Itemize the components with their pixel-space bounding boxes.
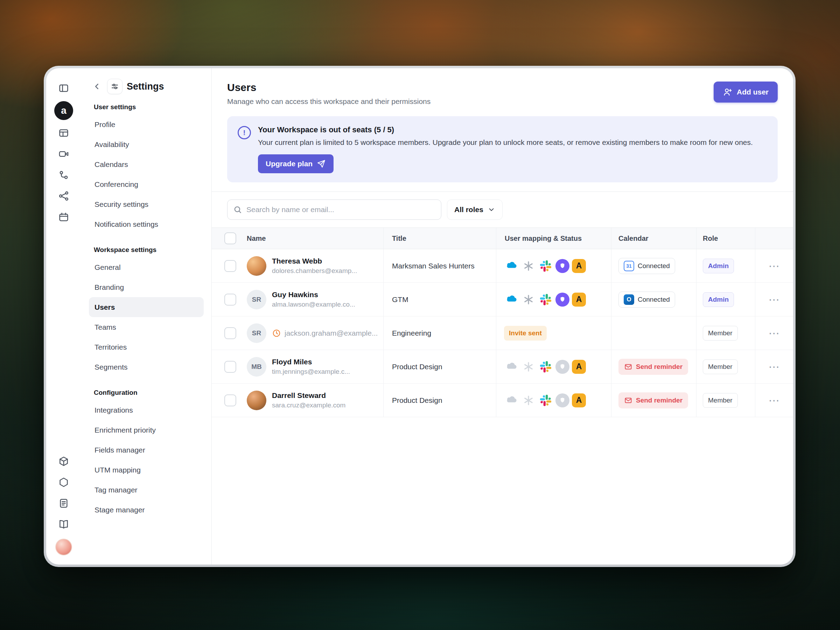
back-button[interactable] <box>91 81 103 92</box>
apollo-icon: A <box>572 259 586 273</box>
row-menu-button[interactable]: ⋯ <box>769 328 780 339</box>
docs-icon[interactable] <box>54 515 74 534</box>
row-checkbox[interactable] <box>224 395 236 406</box>
rocket-icon <box>317 159 326 168</box>
shield-icon <box>556 393 570 407</box>
table-icon[interactable] <box>54 123 74 142</box>
row-checkbox[interactable] <box>224 260 236 272</box>
row-menu-button[interactable]: ⋯ <box>769 395 780 406</box>
apollo-icon: A <box>572 293 586 306</box>
alert-info-icon: ! <box>238 126 251 139</box>
select-all-checkbox[interactable] <box>224 232 236 244</box>
shield-icon <box>556 293 570 306</box>
user-name: Floyd Miles <box>272 358 350 366</box>
sidebar-item-territories[interactable]: Territories <box>89 337 204 357</box>
calendar-connected-badge: 31Connected <box>619 258 675 274</box>
column-header-title: Title <box>384 228 496 249</box>
video-icon[interactable] <box>54 145 74 163</box>
row-menu-button[interactable]: ⋯ <box>769 261 780 272</box>
network-icon[interactable] <box>54 186 74 205</box>
name-cell: Darrell Stewardsara.cruz@example.com <box>247 384 384 417</box>
calendar-icon[interactable] <box>54 208 74 226</box>
role-badge: Admin <box>703 292 734 307</box>
sidebar-item-conferencing[interactable]: Conferencing <box>89 174 204 194</box>
row-avatar <box>247 391 266 410</box>
roles-filter-dropdown[interactable]: All roles <box>447 199 503 220</box>
role-badge: Member <box>703 393 738 408</box>
role-badge: Member <box>703 360 738 374</box>
name-cell: Theresa Webbdolores.chambers@examp... <box>247 249 384 283</box>
salesforce-icon <box>504 259 519 273</box>
role-cell: Member <box>696 316 755 350</box>
actions-cell: ⋯ <box>755 384 793 417</box>
rail-top-icons: a <box>54 79 74 229</box>
column-header-name: Name <box>247 228 384 249</box>
icon-rail: a <box>46 68 81 565</box>
sidebar-item-enrichment-priority[interactable]: Enrichment priority <box>89 420 204 440</box>
upgrade-plan-button[interactable]: Upgrade plan <box>258 154 333 173</box>
actions-cell: ⋯ <box>755 316 793 350</box>
hubspot-icon <box>521 259 536 273</box>
slack-icon <box>538 360 553 374</box>
hexagon-icon[interactable] <box>54 473 74 492</box>
hubspot-icon <box>521 393 536 408</box>
sidebar-item-availability[interactable]: Availability <box>89 134 204 154</box>
sidebar-item-calendars[interactable]: Calendars <box>89 154 204 174</box>
role-cell: Member <box>696 384 755 417</box>
add-user-button[interactable]: Add user <box>714 82 778 103</box>
row-menu-button[interactable]: ⋯ <box>769 294 780 305</box>
sidebar-toggle-icon[interactable] <box>54 79 74 98</box>
title-cell: Marksman Sales Hunters <box>384 249 496 283</box>
actions-cell: ⋯ <box>755 283 793 316</box>
row-checkbox[interactable] <box>224 294 236 306</box>
app-logo[interactable]: a <box>54 101 74 120</box>
page-header: Users Manage who can access this workspa… <box>212 68 793 116</box>
user-email: tim.jennings@example.c... <box>272 368 350 376</box>
sidebar-item-profile[interactable]: Profile <box>89 114 204 134</box>
sidebar-item-general[interactable]: General <box>89 257 204 277</box>
role-cell: Admin <box>696 249 755 283</box>
title-cell: Engineering <box>384 316 496 350</box>
actions-cell: ⋯ <box>755 249 793 283</box>
notes-icon[interactable] <box>54 494 74 513</box>
sidebar-item-stage-manager[interactable]: Stage manager <box>89 500 204 520</box>
row-menu-button[interactable]: ⋯ <box>769 361 780 373</box>
calendar-cell: Send reminder <box>611 384 696 417</box>
user-avatar[interactable] <box>55 538 72 556</box>
salesforce-icon <box>504 360 519 374</box>
send-reminder-button[interactable]: Send reminder <box>619 359 688 375</box>
sidebar-item-security-settings[interactable]: Security settings <box>89 194 204 214</box>
slack-icon <box>538 292 553 307</box>
slack-icon <box>538 259 553 273</box>
sidebar-item-fields-manager[interactable]: Fields manager <box>89 440 204 460</box>
package-icon[interactable] <box>54 452 74 471</box>
table-row: SRjackson.graham@example...EngineeringIn… <box>212 316 793 350</box>
sidebar-item-teams[interactable]: Teams <box>89 317 204 337</box>
status-cell: A <box>496 249 611 283</box>
rail-bottom-icons <box>54 452 74 536</box>
user-name: Darrell Steward <box>272 391 346 400</box>
users-table: Name Title User mapping & Status Calenda… <box>212 227 793 417</box>
seats-banner: ! Your Workspace is out of seats (5 / 5)… <box>227 116 778 182</box>
settings-icon <box>107 79 123 94</box>
sidebar-item-tag-manager[interactable]: Tag manager <box>89 480 204 500</box>
send-reminder-button[interactable]: Send reminder <box>619 392 688 409</box>
search-input[interactable] <box>246 205 436 214</box>
status-cell: Invite sent <box>496 316 611 350</box>
settings-sidebar: Settings User settingsProfileAvailabilit… <box>81 68 212 565</box>
main-panel: Users Manage who can access this workspa… <box>212 68 793 565</box>
row-avatar <box>247 256 266 276</box>
row-checkbox[interactable] <box>224 361 236 373</box>
row-checkbox[interactable] <box>224 327 236 339</box>
sidebar-item-segments[interactable]: Segments <box>89 357 204 377</box>
sidebar-header: Settings <box>89 79 204 94</box>
sidebar-item-users[interactable]: Users <box>89 297 204 317</box>
row-avatar: SR <box>247 324 266 343</box>
workflows-icon[interactable] <box>54 166 74 185</box>
sidebar-item-branding[interactable]: Branding <box>89 277 204 297</box>
role-badge: Admin <box>703 259 734 273</box>
sidebar-item-utm-mapping[interactable]: UTM mapping <box>89 460 204 480</box>
table-header-row: Name Title User mapping & Status Calenda… <box>212 227 793 249</box>
sidebar-item-notification-settings[interactable]: Notification settings <box>89 214 204 234</box>
sidebar-item-integrations[interactable]: Integrations <box>89 400 204 420</box>
